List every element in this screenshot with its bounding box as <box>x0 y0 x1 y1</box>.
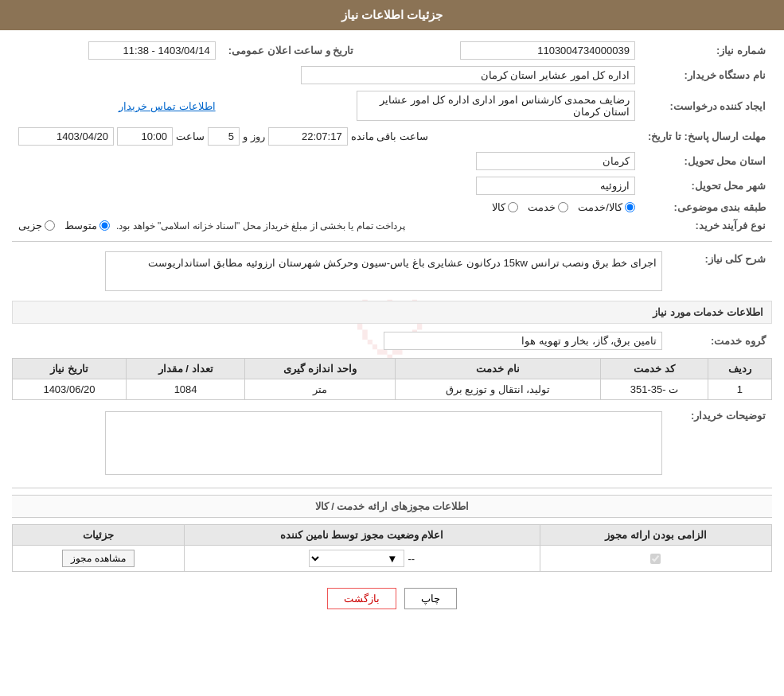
page-header: جزئیات اطلاعات نیاز <box>0 0 784 30</box>
perm-col-ealam: اعلام وضعیت مجوز توسط نامین کننده <box>184 525 540 546</box>
tabaqe-label: طبقه بندی موضوعی: <box>642 198 772 216</box>
ostan-label: استان محل تحویل: <box>642 149 772 173</box>
rooz-label: روز و <box>243 130 265 142</box>
creator-label: ایجاد کننده درخواست: <box>642 87 772 124</box>
noaa-label: نوع فرآیند خرید: <box>642 216 772 235</box>
sharh-textarea[interactable]: اجرای خط برق ونصب ترانس 15kw درکانون عشا… <box>105 251 662 291</box>
services-table: ردیف کد خدمت نام خدمت واحد اندازه گیری ت… <box>12 358 772 400</box>
divider-1 <box>12 241 772 242</box>
perm-col-elzami: الزامی بودن ارائه مجوز <box>540 525 771 546</box>
table-row: 1 ت -35-351 تولید، انتقال و توزیع برق مت… <box>13 379 772 400</box>
bazgasht-button[interactable]: بازگشت <box>327 588 396 609</box>
creator-value: رضایف محمدی کارشناس امور اداری اداره کل … <box>222 87 642 124</box>
tozihaat-section: توضیحات خریدار: <box>12 405 772 481</box>
cell-tarikh: 1403/06/20 <box>13 379 127 400</box>
cell-name: تولید، انتقال و توزیع برق <box>395 379 600 400</box>
perm-table: الزامی بودن ارائه مجوز اعلام وضعیت مجوز … <box>12 524 772 572</box>
divider-2 <box>12 488 772 488</box>
grouh-section: گروه خدمت: تامین برق، گاز، بخار و تهویه … <box>12 329 772 353</box>
creator-link[interactable]: اطلاعات تماس خریدار <box>119 100 215 112</box>
perm-elzami-cell <box>540 546 771 572</box>
header-title: جزئیات اطلاعات نیاز <box>341 8 443 21</box>
perm-table-row: -- ▼ مشاهده مجوز <box>13 546 772 572</box>
moshahede-button[interactable]: مشاهده مجوز <box>62 550 134 567</box>
perm-section-title: اطلاعات مجوزهای ارائه خدمت / کالا <box>12 495 772 518</box>
ealam-cell: -- ▼ <box>191 550 533 567</box>
cell-vahed: متر <box>245 379 395 400</box>
creator-input: رضایف محمدی کارشناس امور اداری اداره کل … <box>357 91 635 121</box>
name-dastgah-label: نام دستگاه خریدار: <box>642 63 772 87</box>
saat-value: 10:00 <box>117 127 173 146</box>
radio-kala-khadamat[interactable]: کالا/خدمت <box>578 201 635 213</box>
action-buttons: چاپ بازگشت <box>12 588 772 609</box>
ealam-select[interactable]: ▼ <box>309 550 404 567</box>
tabaqe-radio-group: کالا/خدمت خدمت کالا <box>18 201 635 213</box>
col-radif: ردیف <box>708 359 771 379</box>
col-name: نام خدمت <box>395 359 600 379</box>
tozihaat-label: توضیحات خریدار: <box>669 405 772 481</box>
ostan-value: کرمان <box>12 149 642 173</box>
baqi-value: 22:07:17 <box>268 127 348 146</box>
noaa-radio-group: متوسط جزیی <box>18 220 110 231</box>
mohlat-label: مهلت ارسال پاسخ: تا تاریخ: <box>642 124 772 149</box>
radio-jozi[interactable]: جزیی <box>18 220 55 231</box>
saat-label: ساعت <box>176 130 205 142</box>
radio-motavaset[interactable]: متوسط <box>64 220 110 231</box>
info-section: شماره نیاز: 1103004734000039 تاریخ و ساع… <box>12 38 772 235</box>
cell-radif: 1 <box>708 379 771 400</box>
col-tarikh: تاریخ نیاز <box>13 359 127 379</box>
chap-button[interactable]: چاپ <box>404 588 457 609</box>
radio-kala[interactable]: کالا <box>492 201 518 213</box>
rooz-value: 5 <box>208 127 240 146</box>
cell-kod: ت -35-351 <box>601 379 708 400</box>
mohlat-date-input: 1403/04/20 <box>18 127 114 146</box>
col-vahed: واحد اندازه گیری <box>245 359 395 379</box>
shahr-label: شهر محل تحویل: <box>642 173 772 198</box>
name-dastgah-value: اداره کل امور عشایر استان کرمان <box>12 63 642 87</box>
noaa-row: پرداخت تمام یا بخشی از مبلغ خریداز محل "… <box>18 220 635 231</box>
shahr-value: ارزوئیه <box>12 173 642 198</box>
shomara-niaz-label: شماره نیاز: <box>642 38 772 63</box>
radio-khadamat[interactable]: خدمت <box>528 201 568 213</box>
ostan-input: کرمان <box>476 152 635 170</box>
sharh-label: شرح کلی نیاز: <box>669 248 772 294</box>
grouh-input: تامین برق، گاز، بخار و تهویه هوا <box>384 332 662 350</box>
perm-col-joziat: جزئیات <box>13 525 185 546</box>
shomara-niaz-value: 1103004734000039 <box>360 38 641 63</box>
grouh-label: گروه خدمت: <box>669 329 772 353</box>
col-kod: کد خدمت <box>601 359 708 379</box>
elzami-checkbox <box>650 554 661 564</box>
tarikh-input: 1403/04/14 - 11:38 <box>88 41 216 60</box>
name-dastgah-input: اداره کل امور عشایر استان کرمان <box>301 66 635 84</box>
sharh-section: شرح کلی نیاز: اجرای خط برق ونصب ترانس 15… <box>12 248 772 294</box>
shahr-input: ارزوئیه <box>476 177 635 195</box>
baqi-label: ساعت باقی مانده <box>351 130 428 142</box>
col-tedad: تعداد / مقدار <box>126 359 244 379</box>
cell-tedad: 1084 <box>126 379 244 400</box>
noaa-notice: پرداخت تمام یا بخشی از مبلغ خریداز محل "… <box>116 220 405 231</box>
service-info-title: اطلاعات خدمات مورد نیاز <box>12 301 772 324</box>
tarikh-label: تاریخ و ساعت اعلان عمومی: <box>222 38 361 63</box>
tozihaat-textarea[interactable] <box>105 411 662 475</box>
tarikh-value: 1403/04/14 - 11:38 <box>12 38 222 63</box>
shomara-niaz-input: 1103004734000039 <box>460 41 635 60</box>
mohlat-row: ساعت باقی مانده 22:07:17 روز و 5 ساعت 10… <box>18 127 635 146</box>
